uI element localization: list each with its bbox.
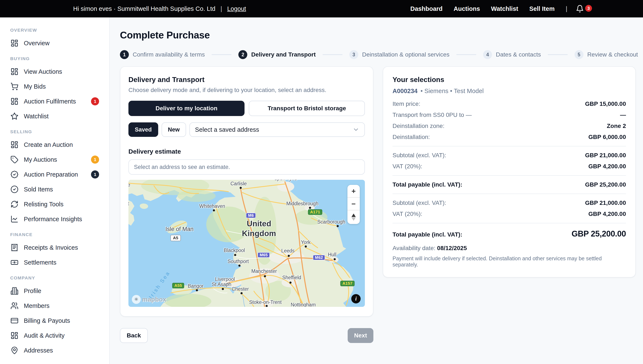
sidebar-item-sold-items[interactable]: Sold Items bbox=[10, 182, 103, 197]
availability-row: Availability date: 08/12/2025 bbox=[392, 245, 626, 252]
map-zoom-in-button[interactable]: + bbox=[347, 185, 360, 197]
selection-row-deinstallation: Deinstallation:GBP 6,000.00 bbox=[392, 134, 626, 140]
step-connector bbox=[212, 54, 232, 55]
saved-address-tab[interactable]: Saved bbox=[129, 122, 158, 137]
saved-address-select[interactable]: Select a saved address bbox=[190, 122, 365, 137]
sidebar-item-audit-and-activity[interactable]: Audit & Activity bbox=[10, 328, 103, 343]
sidebar-section-selling: SELLINGCreate an AuctionMy Auctions1Auct… bbox=[10, 129, 103, 226]
map-compass-button[interactable] bbox=[347, 210, 360, 224]
nav-dashboard[interactable]: Dashboard bbox=[410, 5, 442, 12]
nav-auctions[interactable]: Auctions bbox=[453, 5, 480, 12]
notifications-button[interactable]: 3 bbox=[576, 5, 592, 13]
row-value: GBP 25,200.00 bbox=[585, 181, 626, 188]
row-label: Transport from SS0 0PU to — bbox=[392, 112, 472, 118]
sidebar-item-addresses[interactable]: Addresses bbox=[10, 343, 103, 358]
chart-icon bbox=[10, 215, 19, 223]
step-2-delivery-and-transport[interactable]: 2Delivery and Transport bbox=[238, 50, 316, 59]
main-content: Complete Purchase 1Confirm availability … bbox=[110, 18, 643, 364]
sidebar-item-performance-insights[interactable]: Performance Insights bbox=[10, 212, 103, 226]
address-picker-row: Saved New Select a saved address bbox=[129, 122, 365, 137]
users-icon bbox=[10, 302, 19, 310]
delivery-mode-toggle: Deliver to my location Transport to Bris… bbox=[129, 101, 365, 116]
delivery-card-subtitle: Choose delivery mode and, if delivering … bbox=[129, 87, 365, 94]
selection-row-subtotal-excl-vat: Subtotal (excl. VAT):GBP 21,000.00 bbox=[392, 152, 626, 159]
map-zoom-out-button[interactable]: − bbox=[347, 198, 360, 210]
map-zoom-control: + − bbox=[347, 185, 360, 224]
check-circle-icon bbox=[10, 185, 19, 194]
transport-to-storage-button[interactable]: Transport to Bristol storage bbox=[249, 101, 365, 116]
step-label: Deinstallation & optional services bbox=[362, 51, 449, 58]
chevron-down-icon bbox=[353, 126, 359, 133]
sidebar-item-label: Audit & Activity bbox=[24, 332, 65, 339]
nav-sell-item[interactable]: Sell Item bbox=[529, 5, 554, 12]
selections-title: Your selections bbox=[392, 76, 626, 84]
sidebar-item-auction-preparation[interactable]: Auction Preparation1 bbox=[10, 167, 103, 182]
sidebar-item-overview[interactable]: Overview bbox=[10, 36, 103, 50]
step-1-confirm-availability-and-terms[interactable]: 1Confirm availability & terms bbox=[120, 50, 205, 59]
sidebar-item-my-auctions[interactable]: My Auctions1 bbox=[10, 152, 103, 167]
availability-label: Availability date: bbox=[392, 245, 435, 252]
selection-row-total-payable-incl-vat: Total payable (incl. VAT):GBP 25,200.00 bbox=[392, 181, 626, 188]
selected-item-line: A000234 • Siemens • Test Model bbox=[392, 88, 626, 94]
row-label: VAT (20%): bbox=[392, 210, 422, 218]
compass-north-icon bbox=[351, 214, 356, 217]
step-3-deinstallation-and-optional-services[interactable]: 3Deinstallation & optional services bbox=[349, 50, 449, 59]
sidebar-item-label: Receipts & Invoices bbox=[24, 244, 78, 251]
sidebar-item-view-auctions[interactable]: View Auctions bbox=[10, 64, 103, 79]
row-value: — bbox=[620, 112, 626, 118]
sidebar-item-profile[interactable]: Profile bbox=[10, 284, 103, 298]
item-reference-link[interactable]: A000234 bbox=[392, 88, 418, 94]
step-5-review-and-checkout[interactable]: 5Review & checkout bbox=[574, 50, 638, 59]
tag-icon bbox=[10, 155, 19, 164]
sidebar-item-label: Auction Preparation bbox=[24, 171, 78, 178]
step-label: Confirm availability & terms bbox=[133, 51, 205, 58]
page-title: Complete Purchase bbox=[120, 29, 638, 41]
sidebar-item-label: Sold Items bbox=[24, 186, 53, 193]
sidebar-item-watchlist[interactable]: Watchlist bbox=[10, 109, 103, 124]
sidebar-item-create-an-auction[interactable]: Create an Auction bbox=[10, 137, 103, 152]
sidebar-item-my-bids[interactable]: My Bids bbox=[10, 79, 103, 94]
step-label: Dates & contacts bbox=[496, 51, 541, 58]
delivery-card: Delivery and Transport Choose delivery m… bbox=[120, 66, 373, 316]
new-address-tab[interactable]: New bbox=[162, 122, 186, 137]
step-4-dates-and-contacts[interactable]: 4Dates & contacts bbox=[483, 50, 541, 59]
sidebar-item-billing-and-payouts[interactable]: Billing & Payouts bbox=[10, 313, 103, 328]
back-button[interactable]: Back bbox=[120, 328, 148, 343]
deliver-to-location-button[interactable]: Deliver to my location bbox=[129, 101, 245, 116]
next-button[interactable]: Next bbox=[348, 328, 373, 343]
selection-row-vat-20: VAT (20%):GBP 4,200.00 bbox=[392, 163, 626, 170]
row-label: Total payable (incl. VAT): bbox=[392, 181, 462, 188]
sidebar-item-label: My Auctions bbox=[24, 156, 57, 163]
payment-disclaimer: Payment will include delivery if selecte… bbox=[392, 256, 626, 268]
bell-icon bbox=[576, 5, 584, 13]
delivery-map[interactable]: upon TynerneastCarlisleWhitehavenMiddles… bbox=[129, 180, 365, 307]
wizard-footer: Back Next bbox=[120, 328, 373, 343]
delivery-estimate-label: Delivery estimate bbox=[129, 148, 365, 155]
building-icon bbox=[10, 287, 19, 295]
sidebar-item-label: Settlements bbox=[24, 259, 56, 266]
sidebar-section-buying: BUYINGView AuctionsMy BidsAuction Fulfil… bbox=[10, 56, 103, 124]
row-value: GBP 21,000.00 bbox=[585, 152, 626, 159]
sidebar-item-auction-fulfilments[interactable]: Auction Fulfilments1 bbox=[10, 94, 103, 109]
divider bbox=[392, 223, 626, 223]
row-label: Subtotal (excl. VAT): bbox=[392, 200, 446, 206]
sidebar-section-title: SELLING bbox=[10, 129, 103, 134]
dashboard-icon bbox=[10, 97, 19, 106]
sidebar-section-company: COMPANYProfileMembersBilling & PayoutsAu… bbox=[10, 276, 103, 358]
sidebar-item-receipts-and-invoices[interactable]: Receipts & Invoices bbox=[10, 240, 103, 255]
sidebar-item-relisting-tools[interactable]: Relisting Tools bbox=[10, 197, 103, 212]
delivery-estimate-box: Select an address to see an estimate. bbox=[129, 159, 365, 175]
map-attribution-info-button[interactable]: i bbox=[351, 294, 361, 304]
sidebar-item-label: Billing & Payouts bbox=[24, 317, 70, 324]
row-label: Deinstallation: bbox=[392, 134, 430, 140]
sidebar-item-label: Performance Insights bbox=[24, 216, 82, 223]
sidebar: OVERVIEWOverviewBUYINGView AuctionsMy Bi… bbox=[0, 18, 110, 364]
sidebar-item-badge: 1 bbox=[91, 156, 99, 164]
sidebar-item-label: Members bbox=[24, 302, 50, 310]
logout-link[interactable]: Logout bbox=[227, 5, 246, 12]
sidebar-item-members[interactable]: Members bbox=[10, 298, 103, 313]
sidebar-item-settlements[interactable]: Settlements bbox=[10, 255, 103, 270]
nav-watchlist[interactable]: Watchlist bbox=[491, 5, 518, 12]
dashboard-icon bbox=[10, 140, 19, 149]
step-number: 3 bbox=[349, 50, 358, 59]
